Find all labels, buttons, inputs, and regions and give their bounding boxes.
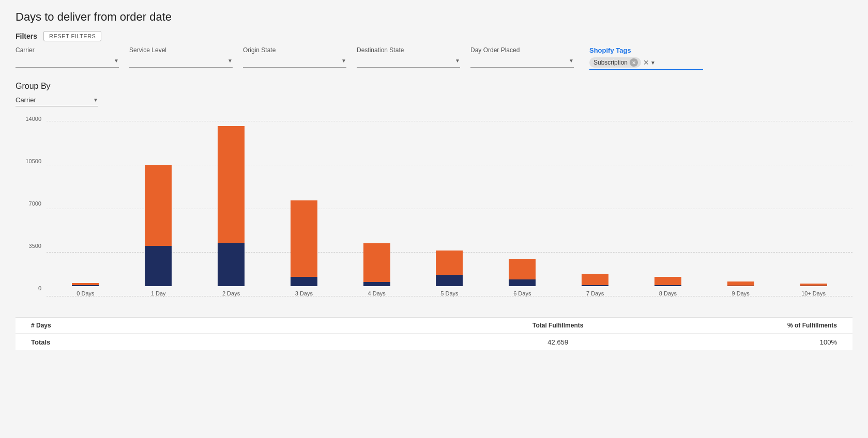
bar-group: 2 Days <box>203 126 260 296</box>
bar-segment-navy <box>436 275 463 286</box>
day-order-placed-chevron-icon: ▼ <box>569 58 574 64</box>
bar-x-label: 3 Days <box>295 290 313 296</box>
day-order-placed-label: Day Order Placed <box>470 46 574 54</box>
bar-segment-orange <box>291 200 317 277</box>
day-order-placed-select[interactable]: ▼ <box>470 56 574 68</box>
bar-segment-orange <box>509 259 536 279</box>
totals-label: Totals <box>31 338 383 346</box>
service-level-filter: Service Level ▼ <box>129 46 233 68</box>
bar-x-label: 7 Days <box>586 290 604 296</box>
filters-row: Filters RESET FILTERS <box>16 31 852 41</box>
filters-label: Filters <box>16 32 37 40</box>
bar-segment-navy <box>727 286 754 286</box>
page-container: Days to deliver from order date Filters … <box>0 0 868 438</box>
bar-x-label: 5 Days <box>440 290 458 296</box>
summary-header-row: # Days Total Fulfillments % of Fulfillme… <box>16 318 852 334</box>
bar-stack <box>291 200 317 286</box>
bar-segment-orange <box>363 243 390 282</box>
reset-filters-button[interactable]: RESET FILTERS <box>43 31 101 41</box>
bar-segment-orange <box>582 274 608 285</box>
bar-stack <box>509 259 536 286</box>
origin-state-value <box>243 56 339 65</box>
bar-segment-navy <box>72 285 99 286</box>
origin-state-label: Origin State <box>243 46 346 54</box>
tags-clear-icon[interactable]: ✕ <box>643 58 649 67</box>
bar-x-label: 10+ Days <box>801 290 826 296</box>
bar-x-label: 2 Days <box>222 290 240 296</box>
summary-table: # Days Total Fulfillments % of Fulfillme… <box>16 317 852 350</box>
totals-pct: 100% <box>734 338 837 346</box>
bar-segment-orange <box>727 281 754 286</box>
bar-x-label: 0 Days <box>77 290 94 296</box>
bar-stack <box>218 126 245 286</box>
bar-group: 1 Day <box>130 165 187 296</box>
tag-chip-close-icon[interactable]: ✕ <box>630 58 638 67</box>
carrier-select[interactable]: ▼ <box>16 56 119 68</box>
bar-segment-navy <box>800 286 827 286</box>
y-axis-label: 7000 <box>16 200 41 207</box>
tag-chip-label: Subscription <box>593 59 628 66</box>
bar-group: 7 Days <box>567 274 624 296</box>
destination-state-select[interactable]: ▼ <box>357 56 460 68</box>
day-order-placed-value <box>470 56 567 65</box>
y-axis-label: 0 <box>16 285 41 291</box>
y-axis-label: 14000 <box>16 116 41 122</box>
page-title: Days to deliver from order date <box>16 10 852 24</box>
bar-segment-navy <box>363 282 390 286</box>
destination-state-value <box>357 56 453 65</box>
totals-value: 42,659 <box>383 338 734 346</box>
origin-state-select[interactable]: ▼ <box>243 56 346 68</box>
tags-chevron-icon[interactable]: ▼ <box>650 60 656 66</box>
pct-column-header: % of Fulfillments <box>734 322 837 329</box>
bar-stack <box>654 277 681 286</box>
bar-segment-navy <box>291 277 317 286</box>
y-axis-label: 3500 <box>16 243 41 249</box>
service-level-value <box>129 56 225 65</box>
bar-segment-navy <box>509 279 536 286</box>
bar-group: 4 Days <box>348 243 405 296</box>
bar-segment-navy <box>145 246 172 286</box>
bar-stack <box>363 243 390 286</box>
group-by-select[interactable]: Carrier ▼ <box>16 96 98 106</box>
bar-group: 0 Days <box>57 283 114 296</box>
bar-x-label: 6 Days <box>513 290 531 296</box>
bar-stack <box>145 165 172 286</box>
bar-stack <box>582 274 608 286</box>
bar-x-label: 8 Days <box>659 290 677 296</box>
carrier-filter-label: Carrier <box>16 46 119 54</box>
bar-group: 3 Days <box>275 200 332 296</box>
carrier-filter: Carrier ▼ <box>16 46 119 68</box>
bar-x-label: 9 Days <box>732 290 750 296</box>
y-axis-label: 10500 <box>16 158 41 164</box>
service-level-chevron-icon: ▼ <box>227 58 233 64</box>
subscription-tag-chip: Subscription ✕ <box>589 57 641 68</box>
bar-stack <box>800 284 827 286</box>
carrier-chevron-icon: ▼ <box>114 58 119 64</box>
bar-segment-navy <box>654 285 681 286</box>
bar-group: 5 Days <box>421 251 478 296</box>
bar-x-label: 1 Day <box>151 290 166 296</box>
bar-group: 10+ Days <box>785 284 842 296</box>
destination-state-label: Destination State <box>357 46 460 54</box>
bar-segment-orange <box>145 165 172 246</box>
filter-dropdowns: Carrier ▼ Service Level ▼ Origin State ▼… <box>16 46 852 70</box>
shopify-tags-input-row[interactable]: Subscription ✕ ✕ ▼ <box>589 57 703 70</box>
service-level-label: Service Level <box>129 46 233 54</box>
shopify-tags-label: Shopify Tags <box>589 46 703 54</box>
tags-text-input[interactable] <box>656 59 687 67</box>
destination-state-filter: Destination State ▼ <box>357 46 460 68</box>
bar-group: 8 Days <box>639 277 697 296</box>
summary-totals-row: Totals 42,659 100% <box>16 334 852 350</box>
bar-segment-navy <box>582 285 608 286</box>
bar-x-label: 4 Days <box>368 290 386 296</box>
chart-container: 0350070001050014000 0 Days1 Day2 Days3 D… <box>16 116 852 312</box>
group-by-value: Carrier <box>16 96 91 104</box>
service-level-select[interactable]: ▼ <box>129 56 233 68</box>
origin-state-chevron-icon: ▼ <box>341 58 346 64</box>
day-order-placed-filter: Day Order Placed ▼ <box>470 46 574 68</box>
bar-segment-navy <box>218 243 245 286</box>
group-by-section: Group By Carrier ▼ <box>16 82 852 106</box>
group-by-label: Group By <box>16 82 852 91</box>
bar-group: 6 Days <box>494 259 551 296</box>
bar-group: 9 Days <box>712 281 769 296</box>
